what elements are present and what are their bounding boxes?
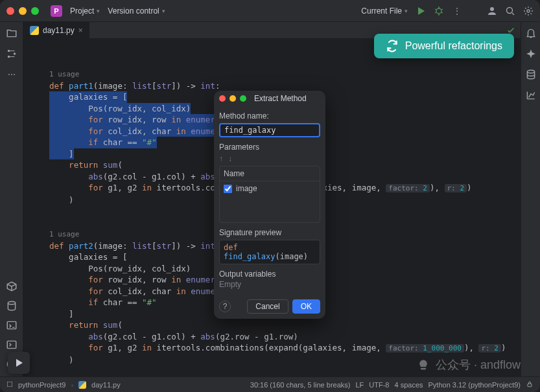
status-encoding[interactable]: UTF-8 [369,381,389,389]
editor-tab[interactable]: day11.py × [23,22,90,38]
param-checkbox[interactable] [224,185,232,193]
vcs-dropdown[interactable]: Version control [108,6,165,16]
parameters-table[interactable]: Name image [219,166,320,223]
run-icon[interactable] [416,6,426,16]
lock-icon[interactable] [526,380,534,389]
run-gutter-icon[interactable] [8,352,30,374]
svg-rect-12 [528,384,532,387]
method-name-label: Method name: [219,111,320,121]
signature-preview-label: Signature preview [219,228,320,237]
zoom-window-icon[interactable] [31,7,39,15]
dialog-zoom-icon[interactable] [240,95,246,102]
cancel-button[interactable]: Cancel [247,299,288,314]
help-icon[interactable]: ? [219,301,231,312]
status-caret-pos[interactable]: 30:16 (160 chars, 5 line breaks) [250,381,351,389]
python-packages-icon[interactable] [6,281,18,292]
parameters-label: Parameters [219,143,320,152]
run-config-dropdown[interactable]: Current File [361,6,408,16]
output-variables-value: Empty [219,280,320,289]
move-up-icon[interactable]: ↑ [219,154,223,163]
svg-point-0 [436,8,441,14]
tab-filename: day11.py [43,26,75,35]
ai-assistant-icon[interactable] [525,48,537,60]
refresh-icon [386,40,399,52]
svg-point-1 [490,7,494,11]
svg-point-3 [527,10,530,12]
project-dropdown[interactable]: Project [70,6,100,16]
param-name: image [236,184,257,193]
status-indent[interactable]: 4 spaces [394,381,423,389]
dialog-close-icon[interactable] [219,95,226,102]
status-project-icon: ☐ [6,380,13,389]
signature-preview: def find_galaxy(image) [219,240,320,264]
svg-point-6 [13,52,15,54]
status-interpreter[interactable]: Python 3.12 (pythonProject9) [428,381,521,389]
status-project[interactable]: pythonProject9 [18,381,65,389]
database-icon[interactable] [525,69,537,80]
banner-text: Powerful refactorings [405,40,502,52]
window-controls [6,7,39,15]
refactoring-banner: Powerful refactorings [374,34,514,58]
terminal-icon[interactable] [6,339,18,351]
python-file-icon [30,26,39,35]
gutter [23,39,47,376]
search-icon[interactable] [505,6,515,16]
param-name-header: Name [220,167,320,181]
svg-point-11 [527,70,534,73]
svg-point-2 [507,7,513,13]
more-icon[interactable]: ⋮ [452,6,462,16]
dialog-minimize-icon[interactable] [229,95,236,102]
python-console-icon[interactable] [6,300,18,312]
svg-rect-8 [7,321,16,329]
python-file-icon [78,381,86,389]
extract-method-dialog: Extract Method Method name: Parameters ↑… [214,91,325,319]
output-variables-label: Output variables [219,270,320,279]
debug-icon[interactable] [434,6,444,16]
titlebar: P Project Version control Current File ⋮ [0,0,540,22]
structure-tool-icon[interactable] [6,48,18,60]
close-tab-icon[interactable]: × [78,26,83,35]
ok-button[interactable]: OK [292,299,320,314]
settings-icon[interactable] [523,6,534,16]
status-line-sep[interactable]: LF [355,381,364,389]
project-badge: P [51,5,62,17]
dialog-title: Extract Method [254,94,307,103]
sciview-icon[interactable] [525,89,537,101]
right-tool-strip [521,22,540,376]
move-down-icon[interactable]: ↓ [228,154,232,163]
status-file[interactable]: day11.py [91,381,121,389]
svg-rect-9 [7,341,16,348]
close-window-icon[interactable] [6,7,14,15]
svg-point-7 [8,301,15,305]
services-icon[interactable] [6,319,18,331]
code-with-me-icon[interactable] [487,6,497,16]
more-tool-icon[interactable]: ⋯ [6,69,18,80]
notifications-icon[interactable] [525,27,537,39]
left-tool-strip: ⋯ [0,22,23,376]
param-row[interactable]: image [220,181,320,196]
method-name-input[interactable] [219,123,320,137]
minimize-window-icon[interactable] [19,7,27,15]
project-tool-icon[interactable] [6,27,18,39]
status-bar: ☐ pythonProject9 › day11.py 30:16 (160 c… [0,376,540,392]
